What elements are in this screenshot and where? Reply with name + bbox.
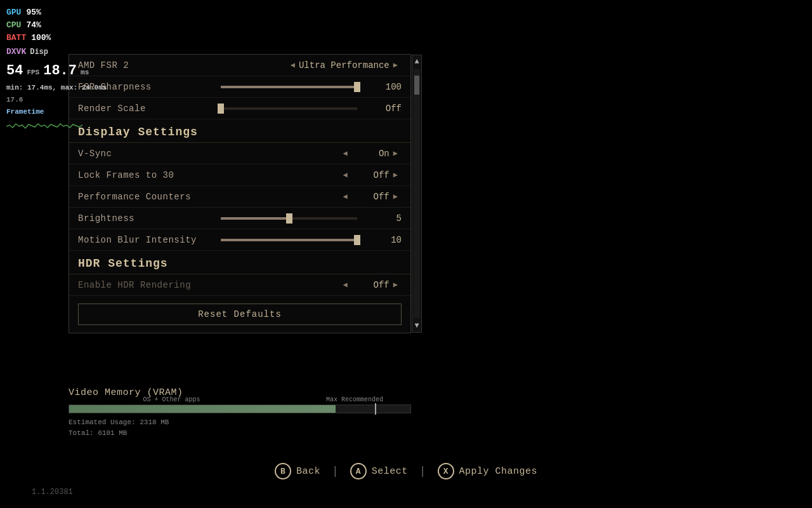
fsr-sharpness-row: FSR Sharpness 100 xyxy=(69,76,410,98)
vram-os-label: OS + Other apps xyxy=(143,396,200,403)
hud-dxvk-label: DXVK xyxy=(6,46,26,58)
lock-frames-row: Lock Frames to 30 ◀ Off ▶ xyxy=(69,164,410,186)
hud-fps-value: 54 xyxy=(6,60,23,82)
fsr-sharpness-value: 100 xyxy=(363,82,402,92)
vram-max-label: Max Recommended xyxy=(326,396,383,403)
hud-gpu-label: GPU xyxy=(6,6,21,19)
perf-counters-arrow-left[interactable]: ◀ xyxy=(339,192,351,201)
scrollbar-down-arrow[interactable]: ▼ xyxy=(412,319,421,332)
panel-scrollbar[interactable]: ▲ ▼ xyxy=(412,55,422,333)
hud-cpu-value: 74% xyxy=(26,19,41,32)
vram-max-marker xyxy=(375,403,376,415)
vram-fill xyxy=(69,405,336,413)
apply-circle: X xyxy=(438,463,454,479)
perf-counters-value: Off xyxy=(351,192,390,202)
vram-info: Estimated Usage: 2318 MB Total: 6101 MB xyxy=(69,417,411,438)
amd-fsr-row: AMD FSR 2 ◀ Ultra Performance ▶ xyxy=(69,55,410,76)
vram-section: Video Memory (VRAM) OS + Other apps Max … xyxy=(69,387,411,438)
vsync-value: On xyxy=(351,149,390,159)
hud-ms-unit: ms xyxy=(81,67,89,78)
amd-fsr-label: AMD FSR 2 xyxy=(78,60,287,70)
hud-frametime-label: Frametime xyxy=(6,107,107,117)
brightness-label: Brightness xyxy=(78,213,214,224)
hdr-label: Enable HDR Rendering xyxy=(78,280,339,290)
motion-blur-value: 10 xyxy=(363,235,402,245)
vsync-arrow-right[interactable]: ▶ xyxy=(390,149,402,158)
motion-blur-row: Motion Blur Intensity 10 xyxy=(69,229,410,251)
vram-estimated: Estimated Usage: 2318 MB xyxy=(69,417,411,428)
motion-blur-label: Motion Blur Intensity xyxy=(78,235,214,245)
hud-cpu-label: CPU xyxy=(6,19,21,32)
version-text: 1.1.20381 xyxy=(32,488,73,497)
select-label: Select xyxy=(372,466,408,477)
vram-bar: OS + Other apps Max Recommended xyxy=(69,404,411,413)
hud-batt-label: BATT xyxy=(6,32,26,44)
reset-defaults-button[interactable]: Reset Defaults xyxy=(78,304,402,325)
render-scale-slider[interactable] xyxy=(221,107,357,110)
perf-counters-arrow-right[interactable]: ▶ xyxy=(390,192,402,201)
brightness-slider[interactable] xyxy=(221,217,357,220)
frametime-graph xyxy=(6,119,82,131)
perf-counters-label: Performance Counters xyxy=(78,192,339,202)
vsync-row: V-Sync ◀ On ▶ xyxy=(69,143,410,164)
render-scale-row: Render Scale Off xyxy=(69,98,410,119)
hdr-arrow-right[interactable]: ▶ xyxy=(390,280,402,290)
back-label: Back xyxy=(296,466,320,477)
lock-frames-value: Off xyxy=(351,170,390,180)
amd-fsr-value: Ultra Performance xyxy=(299,60,390,70)
hud-minmax: min: 17.4ms, max: 24.0ms xyxy=(6,83,107,93)
back-circle: B xyxy=(275,463,291,479)
scrollbar-up-arrow[interactable]: ▲ xyxy=(412,55,421,68)
lock-frames-label: Lock Frames to 30 xyxy=(78,170,339,180)
lock-frames-arrow-left[interactable]: ◀ xyxy=(339,170,351,180)
brightness-value: 5 xyxy=(363,213,402,224)
vram-total: Total: 6101 MB xyxy=(69,428,411,439)
scrollbar-thumb[interactable] xyxy=(414,76,419,95)
apply-changes-button[interactable]: X Apply Changes xyxy=(438,463,538,479)
select-circle: A xyxy=(350,463,367,479)
reset-row: Reset Defaults xyxy=(69,296,410,333)
scrollbar-track[interactable] xyxy=(414,69,420,318)
hud-fps-unit: FPS xyxy=(27,67,39,78)
hud-gpu-value: 95% xyxy=(26,6,41,19)
hud-overlay: GPU 95% CPU 74% BATT 100% DXVK Disp 54 F… xyxy=(6,6,107,131)
bottom-controls: B Back | A Select | X Apply Changes xyxy=(0,463,812,479)
fsr-sharpness-slider[interactable] xyxy=(221,86,357,88)
hud-disp-label: Disp xyxy=(30,46,48,58)
lock-frames-arrow-right[interactable]: ▶ xyxy=(390,170,402,180)
display-settings-header: Display Settings xyxy=(69,119,410,143)
brightness-row: Brightness 5 xyxy=(69,208,410,229)
motion-blur-slider[interactable] xyxy=(221,239,357,241)
separator-2: | xyxy=(419,465,426,478)
select-button[interactable]: A Select xyxy=(350,463,408,479)
separator-1: | xyxy=(332,465,339,478)
hdr-value: Off xyxy=(351,280,390,290)
settings-panel: AMD FSR 2 ◀ Ultra Performance ▶ FSR Shar… xyxy=(69,54,411,333)
vsync-arrow-left[interactable]: ◀ xyxy=(339,149,351,158)
back-button[interactable]: B Back xyxy=(275,463,320,479)
amd-fsr-arrow-right[interactable]: ▶ xyxy=(390,60,402,70)
hud-disp-val-label: 17.6 xyxy=(6,95,23,105)
vsync-label: V-Sync xyxy=(78,149,339,159)
apply-label: Apply Changes xyxy=(459,466,538,477)
amd-fsr-arrow-left[interactable]: ◀ xyxy=(287,60,299,70)
hud-ms-value: 18.7 xyxy=(43,60,77,82)
hud-batt-value: 100% xyxy=(31,32,51,44)
hdr-row: Enable HDR Rendering ◀ Off ▶ xyxy=(69,274,410,296)
render-scale-value: Off xyxy=(363,104,402,114)
hdr-arrow-left[interactable]: ◀ xyxy=(339,280,351,290)
hdr-settings-header: HDR Settings xyxy=(69,251,410,274)
perf-counters-row: Performance Counters ◀ Off ▶ xyxy=(69,186,410,208)
